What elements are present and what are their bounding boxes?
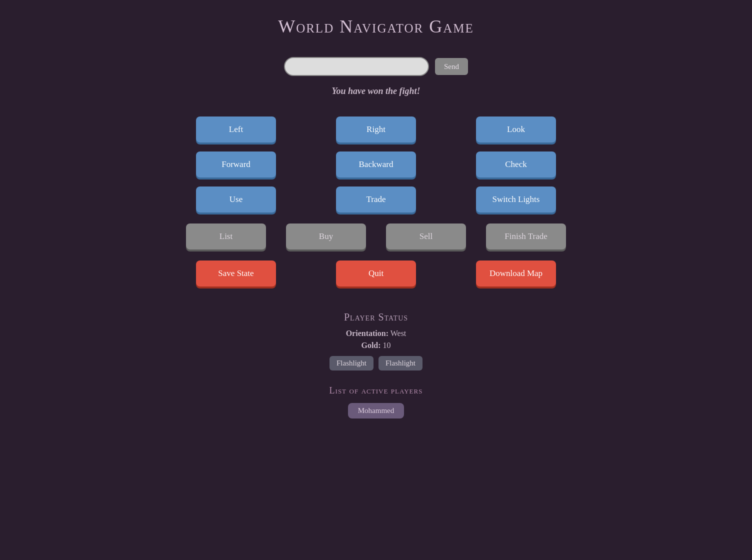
player-badge-1: Mohammed: [348, 403, 404, 418]
command-input[interactable]: [284, 57, 429, 76]
list-button[interactable]: List: [186, 224, 266, 250]
movement-row-2: Forward Backward Check: [196, 152, 556, 178]
orientation-label: Orientation:: [346, 329, 388, 338]
items-row: Flashlight Flashlight: [330, 356, 422, 370]
gold-value: 10: [383, 341, 391, 350]
status-message: You have won the fight!: [332, 86, 420, 96]
trade-row: List Buy Sell Finish Trade: [186, 224, 566, 250]
page-title: World Navigator Game: [278, 16, 474, 37]
use-button[interactable]: Use: [196, 186, 276, 212]
backward-button[interactable]: Backward: [336, 152, 416, 178]
action-row-1: Use Trade Switch Lights: [196, 186, 556, 212]
item-badge-2: Flashlight: [378, 356, 422, 370]
gold-line: Gold: 10: [330, 341, 422, 350]
right-button[interactable]: Right: [336, 116, 416, 142]
forward-button[interactable]: Forward: [196, 152, 276, 178]
movement-row-1: Left Right Look: [196, 116, 556, 142]
player-status-title: Player Status: [330, 312, 422, 323]
active-players-title: List of active players: [330, 386, 423, 396]
orientation-value: West: [390, 329, 406, 338]
download-map-button[interactable]: Download Map: [476, 260, 556, 286]
player-status-section: Player Status Orientation: West Gold: 10…: [330, 312, 422, 370]
look-button[interactable]: Look: [476, 116, 556, 142]
save-state-button[interactable]: Save State: [196, 260, 276, 286]
players-list: Mohammed: [348, 403, 404, 418]
item-badge-1: Flashlight: [330, 356, 374, 370]
check-button[interactable]: Check: [476, 152, 556, 178]
gold-label: Gold:: [361, 341, 380, 350]
sell-button[interactable]: Sell: [386, 224, 466, 250]
send-button[interactable]: Send: [435, 58, 468, 75]
main-controls: Left Right Look Forward Backward Check U…: [201, 116, 551, 286]
left-button[interactable]: Left: [196, 116, 276, 142]
quit-button[interactable]: Quit: [336, 260, 416, 286]
command-input-row: Send: [284, 57, 468, 76]
buy-button[interactable]: Buy: [286, 224, 366, 250]
finish-trade-button[interactable]: Finish Trade: [486, 224, 566, 250]
orientation-line: Orientation: West: [330, 329, 422, 338]
utility-row: Save State Quit Download Map: [196, 260, 556, 286]
trade-button[interactable]: Trade: [336, 186, 416, 212]
switch-lights-button[interactable]: Switch Lights: [476, 186, 556, 212]
